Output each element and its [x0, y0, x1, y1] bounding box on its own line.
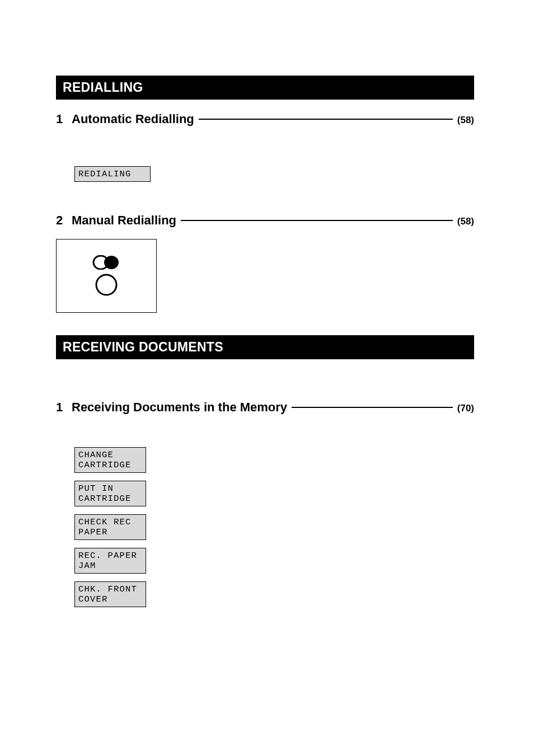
lcd-display: PUT IN CARTRIDGE — [74, 481, 146, 506]
svg-point-2 — [96, 275, 116, 295]
entry-number: 2 — [56, 213, 72, 228]
lcd-display: CHANGE CARTRIDGE — [74, 447, 146, 473]
page-reference: (58) — [457, 216, 474, 227]
page-reference: (70) — [457, 403, 474, 414]
redial-button-illustration — [56, 239, 157, 313]
entry-number: 1 — [56, 112, 72, 126]
page-reference: (58) — [457, 115, 474, 126]
svg-point-1 — [104, 256, 119, 269]
entry-title: Receiving Documents in the Memory — [72, 400, 287, 415]
redial-label-icon — [92, 255, 120, 270]
lcd-display: REC. PAPER JAM — [74, 548, 146, 574]
leader-line — [199, 118, 453, 120]
entry-title: Automatic Redialling — [72, 112, 194, 126]
entry-number: 1 — [56, 400, 72, 415]
section-header-redialling: REDIALLING — [56, 76, 474, 100]
toc-entry: 1 Receiving Documents in the Memory (70) — [56, 400, 474, 415]
toc-entry: 1 Automatic Redialling (58) — [56, 112, 474, 126]
lcd-display: CHECK REC PAPER — [74, 514, 146, 540]
toc-entry: 2 Manual Redialling (58) — [56, 213, 474, 228]
entry-title: Manual Redialling — [72, 213, 176, 228]
section-header-receiving: RECEIVING DOCUMENTS — [56, 335, 474, 359]
leader-line — [181, 219, 453, 221]
button-circle-icon — [95, 273, 118, 297]
lcd-display: CHK. FRONT COVER — [74, 581, 146, 607]
leader-line — [292, 406, 453, 408]
lcd-display: REDIALING — [74, 166, 151, 182]
